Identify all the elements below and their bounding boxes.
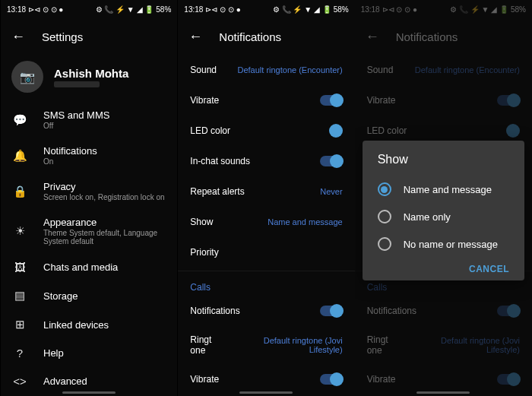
item-sub: Off	[43, 122, 166, 130]
settings-item[interactable]: 💬SMS and MMSOff	[1, 102, 177, 138]
setting-row[interactable]: LED color	[178, 116, 354, 146]
row-label: Ringt one	[367, 334, 406, 356]
settings-item[interactable]: 🔔NotificationsOn	[1, 138, 177, 173]
row-label: In-chat sounds	[190, 156, 250, 166]
item-title: Linked devices	[43, 319, 166, 331]
header: ← Notifications	[178, 18, 354, 55]
notifications-panel: 13:18⊳⊲ ⊙ ⊙ ● ⚙ 📞 ⚡ ▼ ◢ 🔋58% ← Notificat…	[177, 0, 354, 396]
back-icon[interactable]: ←	[11, 29, 25, 45]
row-value: Default ringtone (Jovi Lifestyle)	[406, 336, 520, 354]
option-label: No name or message	[404, 239, 498, 250]
nav-bar	[355, 388, 532, 396]
item-title: Advanced	[43, 375, 166, 387]
item-icon: ⊞	[11, 318, 28, 331]
setting-row[interactable]: Ringt oneDefault ringtone (Jovi Lifestyl…	[355, 326, 532, 364]
dialog-title: Show	[372, 153, 515, 176]
setting-row[interactable]: Ringt oneDefault ringtone (Jovi Lifestyl…	[178, 326, 354, 364]
setting-row[interactable]: Vibrate	[355, 85, 532, 116]
radio-icon	[378, 210, 391, 223]
setting-row[interactable]: In-chat sounds	[178, 146, 354, 176]
setting-row[interactable]: Notifications	[178, 296, 354, 326]
settings-item[interactable]: ▤Storage	[1, 281, 177, 310]
page-title: Notifications	[396, 30, 458, 43]
nav-bar	[178, 388, 354, 396]
setting-row[interactable]: Vibrate	[178, 85, 354, 116]
row-label: Vibrate	[190, 374, 219, 385]
item-icon: <>	[11, 375, 28, 388]
item-icon: ☀	[11, 224, 28, 238]
row-label: Notifications	[367, 306, 416, 316]
item-title: Chats and media	[43, 261, 166, 273]
item-sub: Screen lock on, Registration lock on	[43, 193, 166, 201]
toggle-switch[interactable]	[497, 306, 520, 316]
toggle-switch[interactable]	[320, 374, 343, 385]
status-bar: 13:18⊳⊲ ⊙ ⊙ ● ⚙ 📞 ⚡ ▼ ◢ 🔋58%	[1, 0, 177, 18]
setting-row[interactable]: SoundDefault ringtone (Encounter)	[178, 55, 354, 85]
color-dot[interactable]	[506, 124, 520, 138]
settings-item[interactable]: ?Help	[1, 339, 177, 367]
profile-row[interactable]: 📷 Ashish Mohta	[1, 55, 177, 102]
profile-meta	[54, 81, 100, 87]
settings-item[interactable]: 🖼Chats and media	[1, 253, 177, 281]
color-dot[interactable]	[329, 124, 343, 138]
row-label: LED color	[367, 125, 407, 136]
row-value: Default ringtone (Encounter)	[237, 65, 342, 74]
dialog-option[interactable]: Name only	[372, 203, 515, 230]
option-label: Name only	[404, 211, 451, 223]
item-sub: Theme System default, Language System de…	[43, 229, 166, 246]
header: ← Notifications	[355, 18, 532, 55]
status-icons-left: ⊳⊲ ⊙ ⊙ ●	[28, 5, 63, 14]
item-icon: 🖼	[11, 261, 28, 274]
settings-item[interactable]: ☀AppearanceTheme System default, Languag…	[1, 209, 177, 253]
setting-row[interactable]: ShowName and message	[178, 207, 354, 237]
settings-item[interactable]: ⊞Linked devices	[1, 310, 177, 339]
item-icon: 🔔	[11, 149, 28, 163]
toggle-switch[interactable]	[497, 95, 520, 106]
setting-row[interactable]: Priority	[178, 237, 354, 268]
row-label: Vibrate	[367, 95, 396, 106]
dialog-option[interactable]: No name or message	[372, 230, 515, 258]
settings-panel: 13:18⊳⊲ ⊙ ⊙ ● ⚙ 📞 ⚡ ▼ ◢ 🔋58% ← Settings …	[0, 0, 177, 396]
setting-row[interactable]: Repeat alertsNever	[178, 176, 354, 207]
row-label: Vibrate	[190, 95, 219, 106]
cancel-button[interactable]: CANCEL	[469, 264, 509, 274]
show-dialog: Show Name and messageName onlyNo name or…	[363, 141, 524, 280]
notifications-dialog-panel: 13:18⊳⊲ ⊙ ⊙ ● ⚙ 📞 ⚡ ▼ ◢ 🔋58% ← Notificat…	[355, 0, 532, 396]
back-icon[interactable]: ←	[188, 29, 202, 45]
item-icon: ?	[11, 347, 28, 360]
row-label: Sound	[190, 65, 217, 75]
item-icon: 💬	[11, 113, 28, 127]
row-value: Default ringtone (Jovi Lifestyle)	[229, 336, 342, 354]
item-icon: 🔒	[11, 185, 28, 198]
settings-item[interactable]: 🔒PrivacyScreen lock on, Registration loc…	[1, 173, 177, 209]
page-title: Notifications	[219, 30, 281, 43]
header: ← Settings	[1, 18, 177, 55]
row-label: Sound	[367, 65, 394, 75]
section-calls: Calls	[178, 274, 354, 296]
setting-row[interactable]: Notifications	[355, 296, 532, 326]
radio-icon	[378, 182, 391, 196]
item-title: SMS and MMS	[43, 109, 166, 121]
page-title: Settings	[42, 30, 83, 43]
dialog-option[interactable]: Name and message	[372, 176, 515, 203]
row-value: Name and message	[268, 217, 342, 227]
row-label: Ringt one	[190, 334, 229, 356]
toggle-switch[interactable]	[320, 306, 343, 316]
row-value: Default ringtone (Encounter)	[415, 65, 520, 74]
toggle-switch[interactable]	[320, 156, 343, 166]
toggle-switch[interactable]	[497, 374, 520, 385]
status-bar: 13:18⊳⊲ ⊙ ⊙ ● ⚙ 📞 ⚡ ▼ ◢ 🔋58%	[178, 0, 354, 18]
row-label: Vibrate	[367, 374, 396, 385]
back-icon[interactable]: ←	[366, 29, 379, 45]
item-title: Storage	[43, 290, 166, 302]
toggle-switch[interactable]	[320, 95, 343, 106]
row-label: Notifications	[190, 306, 239, 316]
status-time: 13:18	[7, 5, 26, 14]
option-label: Name and message	[404, 184, 492, 195]
row-label: LED color	[190, 125, 230, 136]
setting-row[interactable]: SoundDefault ringtone (Encounter)	[355, 55, 532, 85]
item-title: Notifications	[43, 145, 166, 157]
nav-bar	[1, 388, 177, 396]
status-bar: 13:18⊳⊲ ⊙ ⊙ ● ⚙ 📞 ⚡ ▼ ◢ 🔋58%	[355, 0, 532, 18]
profile-name: Ashish Mohta	[54, 67, 128, 80]
